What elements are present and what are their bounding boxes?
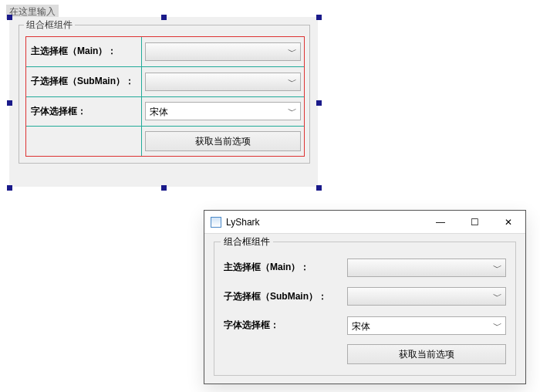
maximize-button[interactable]: ☐ <box>457 211 491 234</box>
label-main: 主选择框（Main）： <box>224 261 347 274</box>
chevron-down-icon: ﹀ <box>493 319 502 332</box>
resize-handle[interactable] <box>161 185 167 191</box>
close-button[interactable]: ✕ <box>491 211 525 234</box>
label-main: 主选择框（Main）： <box>26 37 142 66</box>
label-sub: 子选择框（SubMain）： <box>224 290 347 303</box>
combo-sub[interactable]: ﹀ <box>347 287 506 306</box>
window-title: LyShark <box>226 217 260 228</box>
combo-sub[interactable]: ﹀ <box>145 73 301 91</box>
form-designer: 在这里输入 组合框组件 主选择框（Main）： ﹀ 子选择框（SubMain）： <box>3 3 324 193</box>
resize-handle[interactable] <box>316 15 322 20</box>
titlebar[interactable]: LyShark — ☐ ✕ <box>204 211 525 234</box>
app-window: LyShark — ☐ ✕ 组合框组件 主选择框（Main）： ﹀ 子选择框（S… <box>204 210 526 384</box>
empty-cell <box>26 127 142 156</box>
resize-handle[interactable] <box>7 15 12 20</box>
get-current-button[interactable]: 获取当前选项 <box>347 344 506 364</box>
combo-font[interactable]: 宋体 ﹀ <box>347 316 506 335</box>
row-main: 主选择框（Main）： ﹀ <box>224 253 506 282</box>
resize-handle[interactable] <box>7 100 12 106</box>
row-main: 主选择框（Main）： ﹀ <box>26 37 304 66</box>
combo-main[interactable]: ﹀ <box>347 259 506 277</box>
combo-font-value: 宋体 <box>352 320 370 333</box>
chevron-down-icon: ﹀ <box>493 261 502 274</box>
design-canvas[interactable]: 组合框组件 主选择框（Main）： ﹀ 子选择框（SubMain）： ﹀ <box>9 17 318 187</box>
chevron-down-icon: ﹀ <box>288 105 297 118</box>
chevron-down-icon: ﹀ <box>493 290 502 303</box>
combo-font[interactable]: 宋体 ﹀ <box>145 102 301 120</box>
chevron-down-icon: ﹀ <box>288 45 297 58</box>
row-font: 字体选择框： 宋体 ﹀ <box>224 311 506 340</box>
minimize-button[interactable]: — <box>424 211 457 234</box>
resize-handle[interactable] <box>161 15 167 20</box>
combo-main[interactable]: ﹀ <box>145 42 301 61</box>
form-body: 主选择框（Main）： ﹀ 子选择框（SubMain）： ﹀ 字体选择框： <box>224 253 506 369</box>
window-controls: — ☐ ✕ <box>424 211 525 234</box>
groupbox-title: 组合框组件 <box>221 235 273 248</box>
groupbox-title: 组合框组件 <box>24 19 75 32</box>
form-layout-grid: 主选择框（Main）： ﹀ 子选择框（SubMain）： ﹀ <box>25 36 305 157</box>
combo-font-value: 宋体 <box>150 106 168 119</box>
chevron-down-icon: ﹀ <box>288 75 297 88</box>
row-font: 字体选择框： 宋体 ﹀ <box>26 96 304 127</box>
resize-handle[interactable] <box>7 185 12 191</box>
groupbox-combo-components: 组合框组件 主选择框（Main）： ﹀ 子选择框（SubMain）： ﹀ <box>214 242 516 376</box>
row-button: 获取当前选项 <box>26 126 304 156</box>
label-font: 字体选择框： <box>26 97 142 127</box>
row-button: 获取当前选项 <box>224 340 506 370</box>
resize-handle[interactable] <box>316 100 322 106</box>
groupbox-combo-components[interactable]: 组合框组件 主选择框（Main）： ﹀ 子选择框（SubMain）： ﹀ <box>19 25 310 164</box>
row-sub: 子选择框（SubMain）： ﹀ <box>224 282 506 312</box>
app-icon <box>211 217 221 228</box>
label-font: 字体选择框： <box>224 319 347 332</box>
get-current-button[interactable]: 获取当前选项 <box>145 131 301 151</box>
resize-handle[interactable] <box>316 185 322 191</box>
row-sub: 子选择框（SubMain）： ﹀ <box>26 66 304 96</box>
label-sub: 子选择框（SubMain）： <box>26 67 142 96</box>
